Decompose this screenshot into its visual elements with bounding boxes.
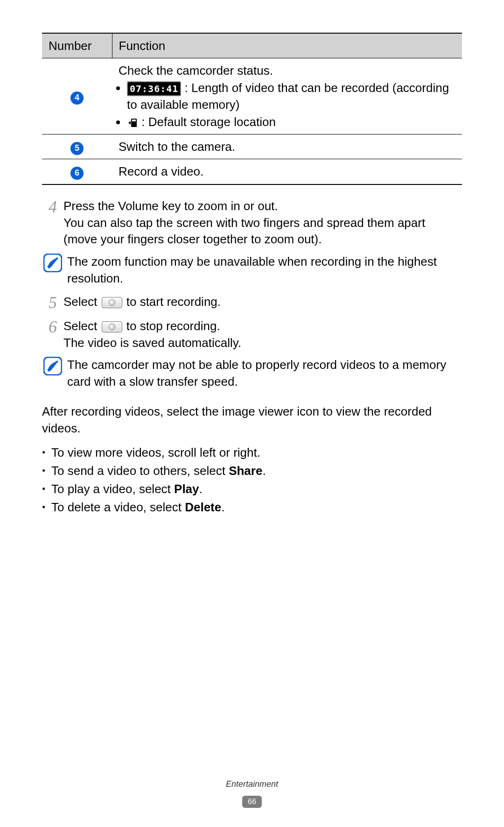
step-num-5: 5: [42, 294, 63, 312]
row4-intro: Check the camcorder status.: [119, 62, 455, 79]
footer-section: Entertainment: [0, 778, 504, 790]
row4-bullet2: : Default storage location: [127, 113, 455, 130]
step6-post: to stop recording.: [123, 319, 220, 333]
storage-icon: [127, 117, 138, 128]
step5-post: to start recording.: [123, 295, 221, 309]
list-item: To play a video, select Play.: [42, 480, 462, 498]
row4-bullet1: 07:36:41 : Length of video that can be r…: [127, 79, 455, 113]
table-row: 5 Switch to the camera.: [42, 134, 462, 159]
record-start-icon: [102, 297, 122, 308]
step-5: 5 Select to start recording.: [42, 294, 462, 312]
step6-pre: Select: [63, 319, 101, 333]
step4-line1: Press the Volume key to zoom in or out.: [63, 198, 462, 215]
note-2: The camcorder may not be able to properl…: [42, 357, 462, 390]
list-item: To delete a video, select Delete.: [42, 498, 462, 516]
time-badge: 07:36:41: [127, 81, 181, 96]
svg-rect-1: [132, 120, 136, 121]
record-stop-icon: [102, 321, 122, 332]
list-item: To send a video to others, select Share.: [42, 462, 462, 480]
page-footer: Entertainment 66: [0, 778, 504, 808]
step5-pre: Select: [63, 295, 101, 309]
table-row: 6 Record a video.: [42, 159, 462, 184]
step-num-6: 6: [42, 318, 63, 352]
step-num-4: 4: [42, 198, 63, 248]
note-icon: [42, 357, 63, 390]
badge-4: 4: [70, 92, 84, 105]
step6-line2: The video is saved automatically.: [63, 335, 462, 352]
col-number: Number: [42, 33, 112, 58]
step4-line2: You can also tap the screen with two fin…: [63, 215, 462, 248]
row5-text: Switch to the camera.: [112, 134, 462, 159]
note-1: The zoom function may be unavailable whe…: [42, 254, 462, 287]
badge-6: 6: [70, 167, 84, 180]
after-recording-para: After recording videos, select the image…: [42, 403, 462, 437]
note1-text: The zoom function may be unavailable whe…: [63, 254, 462, 287]
badge-5: 5: [70, 142, 84, 155]
function-table: Number Function 4 Check the camcorder st…: [42, 33, 462, 185]
footer-page: 66: [242, 796, 262, 808]
action-list: To view more videos, scroll left or righ…: [42, 444, 462, 516]
list-item: To view more videos, scroll left or righ…: [42, 444, 462, 462]
step-4: 4 Press the Volume key to zoom in or out…: [42, 198, 462, 248]
col-function: Function: [112, 33, 462, 58]
note2-text: The camcorder may not be able to properl…: [63, 357, 462, 390]
table-row: 4 Check the camcorder status. 07:36:41 :…: [42, 58, 462, 134]
step-6: 6 Select to stop recording. The video is…: [42, 318, 462, 352]
row6-text: Record a video.: [112, 159, 462, 184]
note-icon: [42, 254, 63, 287]
